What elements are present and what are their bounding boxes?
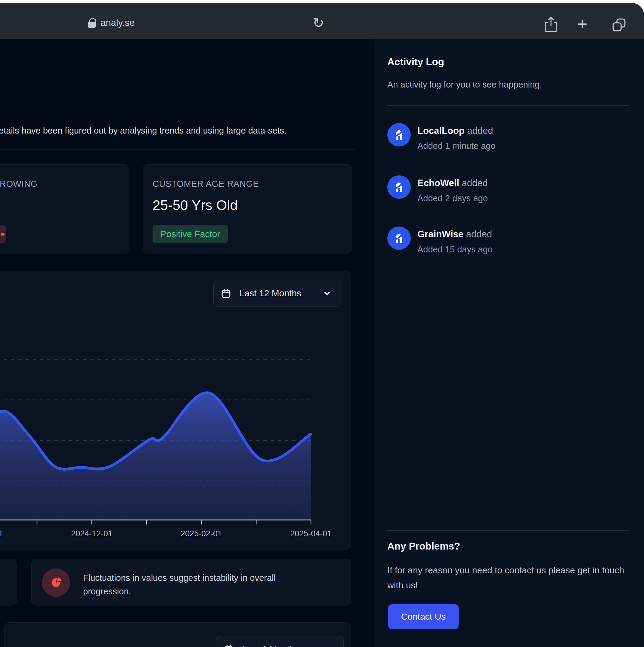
new-tab-button[interactable]: +: [577, 17, 587, 31]
entry-title: LocalLoop added: [417, 126, 496, 136]
insight-text: Fluctuations in values suggest instabili…: [83, 571, 321, 598]
company-avatar: [387, 175, 411, 199]
browser-window: analy.se ↻ + etails have been figured ou…: [0, 3, 644, 647]
sidebar-subtitle: An activity log for you to see happening…: [387, 80, 542, 90]
entry-time: Added 2 days ago: [417, 194, 488, 203]
trend-chart-card: 2024-10-012024-12-012025-02-012025-04-01…: [0, 271, 351, 550]
positive-factor-badge: Positive Factor: [152, 225, 228, 243]
entry-title: GrainWise added: [417, 229, 493, 240]
company-avatar: [387, 123, 411, 146]
svg-text:2025-02-01: 2025-02-01: [181, 529, 222, 538]
range-label: Last 12 Months: [240, 288, 301, 298]
stat-title: ROWING: [0, 179, 37, 189]
stat-card-age-range: CUSTOMER AGE RANGE 25-50 Yrs Old Positiv…: [143, 164, 352, 254]
svg-text:2024-12-01: 2024-12-01: [71, 529, 113, 538]
activity-entry: LocalLoop added Added 1 minute ago: [387, 123, 496, 151]
tabs-button[interactable]: [610, 17, 628, 34]
tabs-icon: [610, 17, 628, 34]
lock-icon: [88, 22, 96, 28]
problems-title: Any Problems?: [387, 541, 460, 552]
sidebar-title: Activity Log: [387, 56, 444, 68]
partial-card: [0, 559, 17, 605]
stat-title: CUSTOMER AGE RANGE: [152, 179, 259, 189]
entry-time: Added 15 days ago: [417, 244, 493, 255]
entry-title: EchoWell added: [417, 178, 488, 189]
chevron-down-icon: [322, 288, 332, 298]
range-label: Last 6 Months: [242, 644, 299, 647]
range-selector-12-months[interactable]: Last 12 Months: [213, 280, 341, 307]
reload-button[interactable]: ↻: [309, 14, 328, 33]
area-chart: 2024-10-012024-12-012025-02-012025-04-01: [0, 271, 351, 550]
calendar-icon: [220, 288, 232, 299]
chevron-down-icon: [325, 644, 335, 647]
main-panel: etails have been figured out by analysin…: [0, 40, 374, 647]
company-logo-icon: [392, 128, 406, 142]
insight-card: Fluctuations in values suggest instabili…: [31, 559, 351, 605]
activity-sidebar: Activity Log An activity log for you to …: [374, 40, 644, 647]
negative-factor-badge: [0, 225, 6, 243]
pie-glyph: [48, 575, 64, 591]
sidebar-divider: [387, 530, 629, 531]
company-logo-icon: [392, 180, 406, 194]
problems-text: If for any reason you need to contact us…: [387, 563, 633, 593]
activity-entry: EchoWell added Added 2 days ago: [387, 175, 488, 203]
calendar-icon: [223, 644, 235, 647]
intro-text: etails have been figured out by analysin…: [0, 126, 286, 136]
svg-text:2024-10-01: 2024-10-01: [0, 529, 3, 538]
entry-time: Added 1 minute ago: [417, 141, 496, 151]
url-text: analy.se: [101, 17, 134, 28]
company-avatar: [387, 226, 411, 250]
company-logo-icon: [392, 231, 406, 245]
pie-chart-icon: [42, 569, 70, 597]
address-bar[interactable]: analy.se: [88, 14, 134, 32]
section-divider: [0, 149, 356, 149]
activity-entry: GrainWise added Added 15 days ago: [387, 226, 493, 255]
negative-mark-icon: [1, 233, 4, 235]
range-selector-6-months[interactable]: Last 6 Months: [216, 636, 344, 647]
share-icon: [543, 16, 559, 33]
secondary-chart-card: Last 6 Months: [4, 622, 351, 647]
contact-us-button[interactable]: Contact Us: [388, 604, 459, 629]
svg-text:2025-04-01: 2025-04-01: [290, 529, 332, 538]
stat-card-growing: ROWING: [0, 164, 129, 254]
stat-value: 25-50 Yrs Old: [152, 197, 238, 213]
share-button[interactable]: [543, 16, 559, 33]
sidebar-divider: [387, 105, 629, 105]
browser-toolbar: analy.se ↻ +: [0, 3, 644, 39]
